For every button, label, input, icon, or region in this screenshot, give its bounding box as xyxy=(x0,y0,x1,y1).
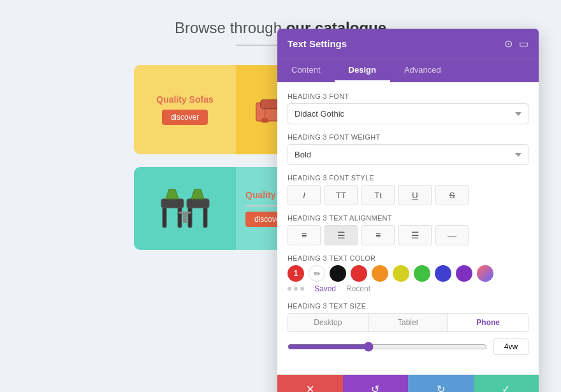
chairs-icon xyxy=(159,183,210,234)
tab-design[interactable]: Design xyxy=(335,59,390,82)
recent-label[interactable]: Recent xyxy=(346,284,370,293)
h3-font-style-label: Heading 3 Font Style xyxy=(288,174,528,182)
svg-rect-8 xyxy=(161,199,184,208)
panel-title: Text Settings xyxy=(288,38,347,49)
color-purple[interactable] xyxy=(456,265,472,282)
align-justify-button[interactable]: ☰ xyxy=(398,225,432,245)
style-buttons: I TT Tt U S xyxy=(288,185,528,205)
align-center-button[interactable]: ☰ xyxy=(324,225,358,245)
panel-header: Text Settings ⊙ ▭ xyxy=(277,29,539,59)
h3-font-weight-group: Heading 3 Font Weight Bold xyxy=(288,133,528,165)
card-sofas-info: Quality Sofas discover xyxy=(134,65,236,154)
color-yellow[interactable] xyxy=(393,265,409,282)
color-gradient-btn[interactable] xyxy=(477,265,493,282)
discover-button-1[interactable]: discover xyxy=(162,110,208,125)
color-saved-row: Saved Recent xyxy=(288,284,528,293)
capitalize-button[interactable]: Tt xyxy=(361,185,395,205)
align-none-button[interactable]: — xyxy=(435,225,469,245)
h3-font-weight-label: Heading 3 Font Weight xyxy=(288,133,528,141)
text-settings-panel: Text Settings ⊙ ▭ Content Design Advance… xyxy=(277,29,539,392)
svg-marker-13 xyxy=(191,189,204,199)
slider-row xyxy=(288,338,528,355)
color-pencil-btn[interactable]: ✏ xyxy=(309,265,325,282)
h3-text-color-group: Heading 3 Text Color 1 ✏ Saved xyxy=(288,254,528,293)
h3-font-group: Heading 3 Font Didact Gothic xyxy=(288,92,528,124)
expand-icon[interactable]: ▭ xyxy=(519,38,528,50)
card-sofas-label: Quality Sofas xyxy=(156,94,213,105)
size-slider[interactable] xyxy=(288,342,487,352)
color-dot-3 xyxy=(300,287,304,291)
cancel-button[interactable]: ✕ xyxy=(277,375,343,392)
refresh-button[interactable]: ↻ xyxy=(408,375,474,392)
svg-marker-9 xyxy=(166,189,178,199)
size-input[interactable] xyxy=(493,338,528,355)
tab-content[interactable]: Content xyxy=(277,59,335,82)
device-tab-tablet[interactable]: Tablet xyxy=(368,314,449,331)
tab-advanced[interactable]: Advanced xyxy=(390,59,455,82)
color-dots xyxy=(288,287,304,291)
italic-button[interactable]: I xyxy=(288,185,321,205)
confirm-button[interactable]: ✓ xyxy=(474,375,539,392)
underline-button[interactable]: U xyxy=(398,185,432,205)
svg-rect-12 xyxy=(187,199,209,208)
h3-text-align-group: Heading 3 Text Alignment ≡ ☰ ≡ ☰ — xyxy=(288,214,528,245)
color-orange[interactable] xyxy=(372,265,388,282)
h3-text-color-label: Heading 3 Text Color xyxy=(288,254,528,262)
h3-font-label: Heading 3 Font xyxy=(288,92,528,100)
saved-label[interactable]: Saved xyxy=(314,284,336,293)
h3-text-align-label: Heading 3 Text Alignment xyxy=(288,214,528,222)
color-step-badge: 1 xyxy=(288,265,304,282)
color-blue[interactable] xyxy=(435,265,451,282)
device-tab-phone[interactable]: Phone xyxy=(448,314,528,331)
strikethrough-button[interactable]: S xyxy=(435,185,469,205)
panel-body: Heading 3 Font Didact Gothic Heading 3 F… xyxy=(277,82,539,374)
align-right-button[interactable]: ≡ xyxy=(361,225,395,245)
color-swatches-row: 1 ✏ xyxy=(288,265,528,282)
align-left-button[interactable]: ≡ xyxy=(288,225,321,245)
panel-footer: ✕ ↺ ↻ ✓ xyxy=(277,374,539,392)
settings-icon[interactable]: ⊙ xyxy=(504,38,513,50)
card-chairs-image xyxy=(134,167,236,250)
h3-font-weight-select[interactable]: Bold xyxy=(288,144,528,165)
h3-font-select[interactable]: Didact Gothic xyxy=(288,103,528,124)
align-buttons: ≡ ☰ ≡ ☰ — xyxy=(288,225,528,245)
color-black[interactable] xyxy=(330,265,346,282)
device-tabs: Desktop Tablet Phone xyxy=(288,313,528,332)
h3-text-size-group: Heading 3 Text Size Desktop Tablet Phone xyxy=(288,302,528,355)
color-dot-1 xyxy=(288,287,291,291)
svg-rect-4 xyxy=(262,119,269,123)
color-red[interactable] xyxy=(351,265,367,282)
svg-rect-15 xyxy=(183,214,187,223)
panel-tabs: Content Design Advanced xyxy=(277,59,539,82)
reset-button[interactable]: ↺ xyxy=(343,375,409,392)
h3-text-size-label: Heading 3 Text Size xyxy=(288,302,528,310)
h3-font-style-group: Heading 3 Font Style I TT Tt U S xyxy=(288,174,528,205)
color-green[interactable] xyxy=(414,265,430,282)
uppercase-button[interactable]: TT xyxy=(324,185,358,205)
color-dot-2 xyxy=(294,287,298,291)
device-tab-desktop[interactable]: Desktop xyxy=(288,314,368,331)
svg-rect-14 xyxy=(178,212,191,214)
panel-header-icons: ⊙ ▭ xyxy=(504,38,528,50)
